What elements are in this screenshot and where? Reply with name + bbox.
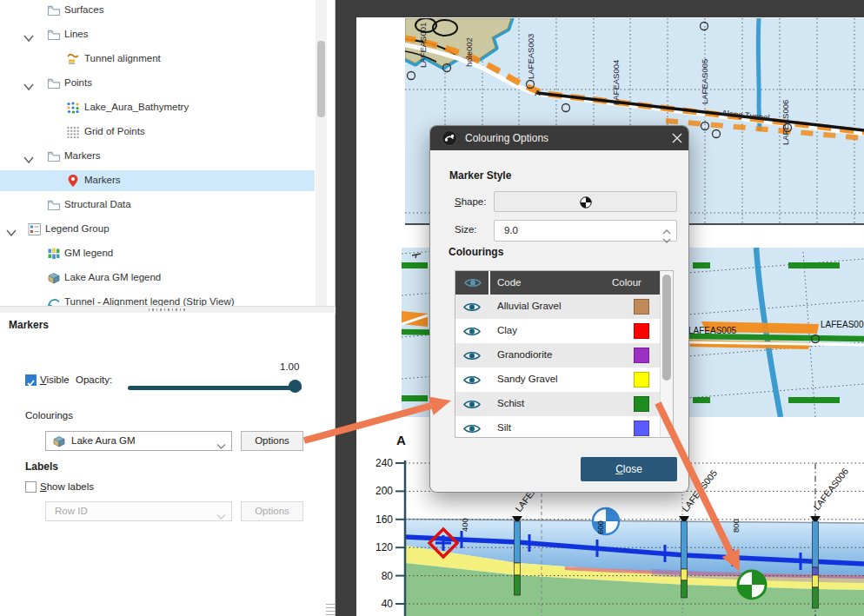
drillhole-label: LAFEAS004 (611, 60, 621, 105)
tree-item-gm-legend[interactable]: GM legend (0, 243, 315, 264)
label-field-value: Row ID (55, 506, 88, 516)
colour-swatch[interactable] (634, 348, 649, 363)
size-value: 9.0 (504, 225, 518, 235)
tree-item-label: Markers (84, 175, 121, 185)
colour-swatch[interactable] (634, 299, 649, 315)
eye-icon[interactable] (463, 301, 481, 313)
visible-checkbox[interactable] (25, 374, 37, 386)
code-column-header[interactable]: Code (490, 271, 612, 295)
tree-item-lake-aura-bathymetry[interactable]: Lake_Aura_Bathymetry (0, 97, 315, 118)
folder-icon (47, 3, 61, 17)
close-button[interactable]: Close (581, 457, 677, 481)
coloured-points-icon (66, 101, 80, 115)
colourings-table: Code Colour Alluvial Gravel Clay Granodi… (455, 270, 674, 438)
gm-model-3d-icon (47, 271, 61, 285)
label-field-select[interactable]: Row ID (45, 501, 232, 521)
tree-item-points[interactable]: Points (0, 73, 315, 94)
colouring-options-button[interactable]: Options (241, 431, 303, 451)
axis-tick-label: 40 (382, 598, 394, 610)
tree-item-markers-selected[interactable]: Markers (0, 170, 315, 191)
colour-swatch[interactable] (634, 323, 649, 339)
tree-item-legend-group[interactable]: Legend Group (0, 219, 315, 240)
folder-icon (47, 198, 61, 212)
application-window: Surfaces Lines Tunnel alignment Points L… (0, 0, 864, 616)
borehole-label: LAFEAS006 (811, 466, 850, 512)
section-start-label: A (535, 89, 541, 97)
axis-tick-label: 240 (376, 457, 393, 469)
gm-legend-icon (47, 247, 61, 261)
map-pin-icon (66, 174, 80, 188)
colour-swatch[interactable] (634, 396, 649, 412)
tree-item-structural-data[interactable]: Structural Data (0, 195, 315, 215)
colouring-row[interactable]: Silt (455, 416, 661, 438)
tree-item-label: Lake Aura GM legend (64, 272, 161, 282)
tree-item-label: Tunnel alignment (84, 53, 161, 63)
eye-icon (464, 277, 482, 288)
tree-item-lines[interactable]: Lines (0, 24, 315, 45)
drillhole-label: LAFEAS003 (526, 34, 535, 79)
chevron-down-icon (216, 438, 226, 454)
colour-swatch[interactable] (634, 421, 649, 436)
grid-points-icon (66, 125, 80, 139)
opacity-label: Opacity: (76, 374, 112, 385)
chevron-down-icon[interactable] (6, 225, 17, 234)
eye-icon[interactable] (463, 326, 481, 337)
eye-icon[interactable] (463, 423, 481, 434)
axis-tick-label: 200 (376, 485, 393, 497)
drillhole-label: LAFEAS006 (781, 100, 790, 145)
chevron-down-icon[interactable] (23, 79, 34, 88)
colouring-select[interactable]: Lake Aura GM (45, 431, 232, 451)
station-label: 800 (731, 519, 741, 533)
opacity-slider-knob[interactable] (289, 380, 302, 393)
table-scrollbar[interactable] (660, 271, 673, 437)
eye-icon[interactable] (463, 350, 481, 361)
table-scrollbar-thumb[interactable] (662, 275, 671, 381)
tree-scrollbar[interactable] (316, 0, 327, 306)
dialog-titlebar[interactable]: Colouring Options (430, 126, 688, 150)
polyline-icon (66, 52, 80, 66)
tree-item-tunnel-alignment[interactable]: Tunnel alignment (0, 49, 315, 70)
colouring-row[interactable]: Schist (455, 392, 661, 416)
label-options-button[interactable]: Options (241, 501, 303, 521)
code-cell: Sandy Gravel (497, 374, 558, 384)
gm-model-3d-icon (52, 434, 66, 452)
colouring-row[interactable]: Clay (455, 319, 661, 343)
colouring-row[interactable]: Sandy Gravel (455, 368, 661, 392)
properties-panel: Markers 1.00 Visible Opacity: Colourings… (0, 313, 335, 616)
chevron-down-icon[interactable] (23, 30, 34, 39)
size-input[interactable]: 9.0 (494, 220, 677, 242)
code-cell: Schist (497, 398, 524, 408)
tree-scrollbar-thumb[interactable] (317, 41, 325, 117)
tree-item-lake-aura-gm-legend[interactable]: Lake Aura GM legend (0, 268, 315, 288)
eye-icon[interactable] (463, 399, 481, 410)
folder-icon (47, 28, 61, 42)
colouring-select-value: Lake Aura GM (71, 435, 136, 446)
colouring-row[interactable]: Granodiorite (455, 343, 661, 368)
tree-item-surfaces[interactable]: Surfaces (0, 0, 315, 21)
close-icon[interactable] (671, 132, 683, 148)
project-tree-panel: Surfaces Lines Tunnel alignment Points L… (0, 0, 336, 306)
tree-item-markers-folder[interactable]: Markers (0, 146, 315, 167)
opacity-slider[interactable] (128, 386, 302, 390)
code-cell: Granodiorite (497, 349, 552, 360)
shape-label: Shape: (455, 196, 486, 207)
drillhole-label: LAFEAS005 (688, 326, 736, 335)
tree-item-label: Lake_Aura_Bathymetry (84, 102, 189, 112)
colour-swatch[interactable] (634, 372, 649, 387)
spin-down-icon[interactable] (662, 232, 671, 248)
tree-item-label: Markers (64, 150, 101, 161)
colouring-row[interactable]: Alluvial Gravel (455, 295, 661, 319)
eye-icon[interactable] (463, 374, 481, 386)
show-labels-checkbox[interactable] (25, 481, 37, 493)
tree-item-grid-of-points[interactable]: Grid of Points (0, 122, 315, 142)
resize-handle-icon[interactable] (326, 601, 335, 615)
tree-item-label: Surfaces (64, 4, 103, 15)
tree-item-label: Lines (64, 29, 89, 39)
colour-column-header[interactable]: Colour (607, 271, 666, 295)
code-cell: Silt (497, 422, 511, 433)
axis-tick-label: 160 (376, 513, 393, 526)
chevron-down-icon[interactable] (23, 152, 34, 161)
shape-select[interactable] (494, 191, 677, 212)
quadrant-marker-green (738, 571, 766, 599)
visibility-column-header[interactable] (455, 271, 488, 295)
